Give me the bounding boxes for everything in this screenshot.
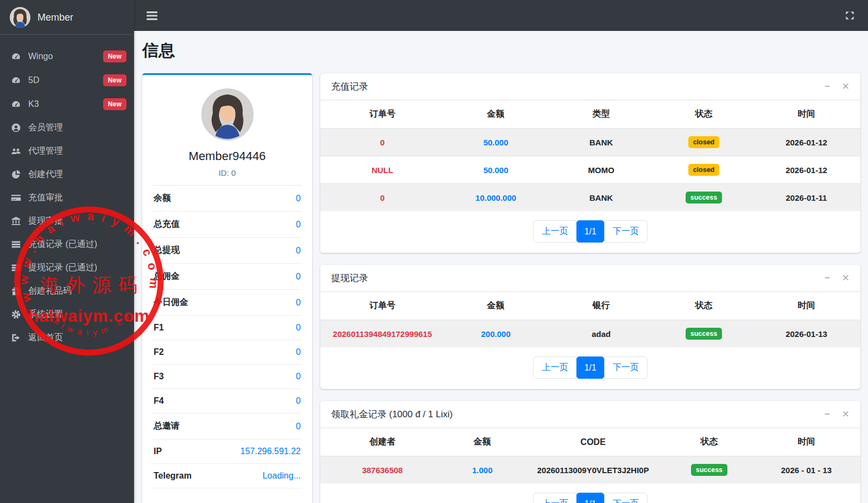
sidebar-item-label: 充值记录 (已通过): [28, 239, 97, 250]
current-page-indicator[interactable]: 1/1: [576, 356, 604, 379]
tachometer-icon: [10, 99, 21, 110]
close-icon[interactable]: ✕: [842, 272, 850, 284]
profile-row-f4: F40: [153, 389, 302, 413]
list-icon: [10, 239, 21, 250]
card-header: 充值记录 –✕: [320, 73, 860, 100]
recharge-table: 订单号 金额 类型 状态 时间 0 50.000 BANK closed 202…: [320, 100, 860, 211]
records-column: 充值记录 –✕ 订单号 金额 类型 状态 时间 0 5: [320, 73, 860, 503]
pagination: 上一页 1/1 下一页: [320, 483, 860, 503]
credit-card-icon: [10, 193, 21, 203]
sidebar-item-label: 充值审批: [28, 192, 63, 203]
prev-page-button[interactable]: 上一页: [533, 220, 576, 243]
sidebar-item-label: 会员管理: [28, 122, 63, 133]
sidebar-item-withdraw-records[interactable]: 提现记录 (已通过): [0, 256, 134, 279]
status-badge: success: [686, 328, 722, 340]
member-id: ID: 0: [153, 168, 302, 177]
next-page-button[interactable]: 下一页: [604, 220, 648, 243]
sidebar-item-create-agent[interactable]: 创建代理: [0, 163, 134, 186]
table-header-row: 订单号 金额 类型 状态 时间: [320, 100, 860, 129]
user-icon: [10, 123, 21, 133]
profile-row-total-recharge: 总充值0: [153, 212, 302, 238]
table-row: 0 50.000 BANK closed 2026-01-12: [320, 129, 860, 156]
sidebar-item-label: 提现记录 (已通过): [28, 262, 97, 273]
fullscreen-expand-icon[interactable]: [845, 10, 855, 21]
sidebar-item-withdraw-approval[interactable]: 提现审批: [0, 209, 134, 233]
gift-records-card: 领取礼金记录 (1000 đ / 1 Lixi) –✕ 创建者 金额 CODE …: [320, 401, 860, 503]
status-badge: closed: [688, 164, 720, 176]
sidebar-brand[interactable]: Member: [0, 0, 134, 35]
sidebar-item-back-home[interactable]: 返回首页: [0, 326, 134, 349]
table-row: 0 10.000.000 BANK success 2026-01-11: [320, 184, 860, 212]
member-name: Member94446: [153, 149, 302, 163]
avatar: [10, 7, 30, 28]
sidebar-item-label: 提现审批: [28, 215, 63, 227]
table-row: 2026011394849172999615 200.000 adad succ…: [320, 320, 860, 348]
sidebar-item-system-settings[interactable]: 系统设置: [0, 303, 134, 326]
sidebar-item-recharge-records[interactable]: 充值记录 (已通过): [0, 233, 134, 256]
card-header: 提现记录 –✕: [320, 265, 860, 292]
status-badge: success: [686, 192, 722, 203]
new-badge: New: [103, 50, 126, 62]
sidebar-item-wingo[interactable]: Wingo New: [0, 44, 134, 68]
prev-page-button[interactable]: 上一页: [533, 493, 576, 503]
minimize-icon[interactable]: –: [825, 81, 829, 92]
close-icon[interactable]: ✕: [842, 81, 850, 92]
tachometer-icon: [10, 75, 21, 86]
profile-stats-list: 余额0 总充值0 总提现0 总佣金0 今日佣金0 F10 F20 F30 F40…: [153, 185, 302, 488]
sidebar-item-k3[interactable]: K3 New: [0, 92, 134, 116]
current-page-indicator[interactable]: 1/1: [576, 493, 604, 503]
sidebar-item-5d[interactable]: 5D New: [0, 68, 134, 92]
profile-row-total-commission: 总佣金0: [153, 264, 302, 290]
profile-row-total-withdraw: 总提现0: [153, 238, 302, 264]
pagination: 上一页 1/1 下一页: [320, 211, 860, 253]
sidebar-item-label: 代理管理: [28, 145, 63, 157]
profile-row-ip: IP157.296.591.22: [153, 440, 302, 464]
prev-page-button[interactable]: 上一页: [533, 356, 576, 379]
recharge-records-card: 充值记录 –✕ 订单号 金额 类型 状态 时间 0 5: [320, 73, 860, 253]
status-badge: success: [691, 464, 727, 476]
sidebar-item-label: Wingo: [28, 52, 53, 61]
minimize-icon[interactable]: –: [825, 409, 829, 420]
next-page-button[interactable]: 下一页: [604, 356, 648, 379]
pagination: 上一页 1/1 下一页: [320, 347, 860, 389]
profile-row-today-commission: 今日佣金0: [153, 290, 302, 316]
profile-row-f2: F20: [153, 340, 302, 365]
sidebar-item-member-manage[interactable]: 会员管理: [0, 116, 134, 139]
card-title: 提现记录: [331, 272, 368, 284]
close-icon[interactable]: ✕: [842, 409, 850, 420]
hamburger-icon[interactable]: [147, 11, 157, 21]
sidebar-item-label: 系统设置: [28, 309, 63, 320]
current-page-indicator[interactable]: 1/1: [576, 220, 604, 243]
table-row: NULL 50.000 MOMO closed 2026-01-12: [320, 156, 860, 184]
member-profile-card: Member94446 ID: 0 余额0 总充值0 总提现0 总佣金0 今日佣…: [142, 73, 312, 503]
table-header-row: 创建者 金额 CODE 状态 时间: [320, 428, 860, 456]
users-icon: [10, 146, 21, 157]
card-title: 充值记录: [331, 80, 368, 93]
sidebar-item-create-gift-code[interactable]: 创建礼品码: [0, 279, 134, 303]
sidebar-item-label: K3: [28, 99, 39, 109]
withdraw-table: 订单号 金额 银行 状态 时间 2026011394849172999615 2…: [320, 292, 860, 347]
withdraw-records-card: 提现记录 –✕ 订单号 金额 银行 状态 时间 2026011394849172…: [320, 265, 860, 389]
signout-icon: [10, 333, 21, 343]
next-page-button[interactable]: 下一页: [604, 493, 648, 503]
profile-row-telegram: TelegramLoading...: [153, 464, 302, 488]
table-header-row: 订单号 金额 银行 状态 时间: [320, 292, 860, 320]
profile-row-f1: F10: [153, 316, 302, 340]
table-row: 387636508 1.000 20260113009Y0VLET3J2HI0P…: [320, 456, 860, 484]
new-badge: New: [103, 98, 126, 110]
sidebar-item-label: 返回首页: [28, 332, 63, 343]
list-icon: [10, 263, 21, 273]
minimize-icon[interactable]: –: [825, 272, 829, 284]
brand-label: Member: [37, 12, 73, 23]
sidebar-item-recharge-approval[interactable]: 充值审批: [0, 186, 134, 209]
profile-row-f3: F30: [153, 365, 302, 389]
gear-icon: [10, 309, 21, 320]
sidebar-item-label: 创建礼品码: [28, 285, 72, 297]
profile-row-balance: 余额0: [153, 186, 302, 212]
sidebar-item-agent-manage[interactable]: 代理管理: [0, 139, 134, 163]
bank-icon: [10, 216, 21, 227]
card-header: 领取礼金记录 (1000 đ / 1 Lixi) –✕: [320, 401, 860, 428]
gift-table: 创建者 金额 CODE 状态 时间 387636508 1.000 202601…: [320, 428, 860, 483]
main-content: 信息 Member94446 ID: 0 余额0 总充值0 总提现0 总佣金0 …: [134, 31, 868, 503]
avatar: [201, 88, 254, 141]
